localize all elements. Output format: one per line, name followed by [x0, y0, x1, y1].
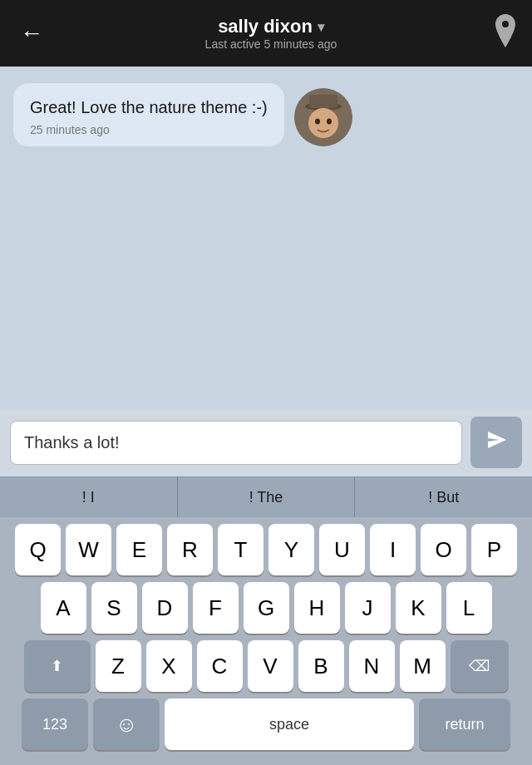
key-t[interactable]: T	[218, 524, 264, 575]
svg-marker-6	[488, 432, 506, 448]
contact-info: sally dixon ▾ Last active 5 minutes ago	[205, 16, 337, 51]
emoji-key[interactable]: ☺	[93, 698, 160, 750]
avatar	[294, 88, 352, 146]
svg-point-3	[308, 108, 338, 138]
shift-key[interactable]: ⬆	[24, 640, 91, 692]
keyboard-row-3: ⬆ Z X C V B N M ⌫	[3, 640, 529, 692]
send-icon	[485, 428, 508, 457]
key-z[interactable]: Z	[96, 640, 141, 692]
key-n[interactable]: N	[349, 640, 395, 692]
key-f[interactable]: F	[193, 582, 239, 634]
key-a[interactable]: A	[41, 582, 86, 634]
keyboard-row-2: A S D F G H J K L	[3, 582, 529, 634]
back-button[interactable]: ←	[13, 13, 50, 53]
space-key[interactable]: space	[165, 698, 414, 750]
key-c[interactable]: C	[197, 640, 243, 692]
key-h[interactable]: H	[294, 582, 340, 634]
svg-rect-2	[309, 95, 337, 108]
message-text: Great! Love the nature theme :-)	[30, 96, 268, 118]
message-input[interactable]	[10, 421, 462, 465]
key-l[interactable]: L	[446, 582, 492, 634]
key-m[interactable]: M	[400, 640, 446, 692]
key-d[interactable]: D	[142, 582, 188, 634]
send-button[interactable]	[470, 417, 522, 468]
contact-name: sally dixon	[218, 16, 313, 37]
key-q[interactable]: Q	[15, 524, 61, 575]
message-bubble: Great! Love the nature theme :-) 25 minu…	[13, 83, 284, 146]
message-row: Great! Love the nature theme :-) 25 minu…	[13, 83, 519, 146]
message-time: 25 minutes ago	[30, 123, 268, 136]
predictive-item-1[interactable]: ! I	[0, 477, 178, 517]
chevron-down-icon[interactable]: ▾	[318, 19, 324, 35]
svg-point-5	[327, 119, 332, 125]
key-k[interactable]: K	[396, 582, 441, 634]
input-area	[0, 408, 532, 476]
key-g[interactable]: G	[244, 582, 289, 634]
key-p[interactable]: P	[471, 524, 517, 575]
key-v[interactable]: V	[248, 640, 293, 692]
keyboard-row-bottom: 123 ☺ space return	[3, 698, 529, 755]
key-e[interactable]: E	[116, 524, 162, 575]
keyboard: Q W E R T Y U I O P A S D F G H J K L ⬆ …	[0, 517, 532, 765]
predictive-bar: ! I ! The ! But	[0, 476, 532, 517]
key-r[interactable]: R	[167, 524, 213, 575]
svg-point-4	[315, 119, 320, 125]
chat-area: Great! Love the nature theme :-) 25 minu…	[0, 67, 532, 408]
keyboard-row-1: Q W E R T Y U I O P	[3, 524, 529, 575]
key-x[interactable]: X	[146, 640, 192, 692]
contact-name-row: sally dixon ▾	[218, 16, 324, 37]
key-i[interactable]: I	[370, 524, 416, 575]
location-icon[interactable]	[492, 14, 519, 53]
key-o[interactable]: O	[421, 524, 466, 575]
header: ← sally dixon ▾ Last active 5 minutes ag…	[0, 0, 532, 67]
key-s[interactable]: S	[91, 582, 137, 634]
key-y[interactable]: Y	[268, 524, 314, 575]
numbers-key[interactable]: 123	[22, 698, 88, 750]
predictive-item-3[interactable]: ! But	[355, 477, 532, 517]
backspace-key[interactable]: ⌫	[451, 640, 509, 692]
key-b[interactable]: B	[298, 640, 344, 692]
return-key[interactable]: return	[419, 698, 510, 750]
key-j[interactable]: J	[345, 582, 391, 634]
key-u[interactable]: U	[319, 524, 365, 575]
contact-status: Last active 5 minutes ago	[205, 37, 337, 51]
predictive-item-2[interactable]: ! The	[178, 477, 356, 517]
key-w[interactable]: W	[66, 524, 111, 575]
